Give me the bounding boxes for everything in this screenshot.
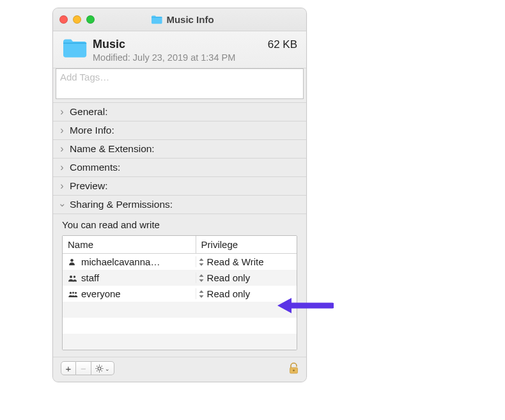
column-header-name[interactable]: Name xyxy=(63,236,196,253)
section-label: Sharing & Permissions: xyxy=(70,199,173,210)
svg-point-9 xyxy=(75,292,77,293)
gear-icon xyxy=(95,364,104,373)
action-menu-button[interactable]: ⌄ xyxy=(91,361,114,375)
permission-privilege[interactable]: Read only xyxy=(207,288,251,299)
sort-icon xyxy=(199,274,204,282)
user-icon xyxy=(68,290,77,298)
section-label: General: xyxy=(70,106,107,118)
table-row[interactable]: staffRead only xyxy=(63,270,297,286)
section-comments[interactable]: Comments: xyxy=(53,158,306,177)
svg-marker-6 xyxy=(199,279,203,282)
sharing-note: You can read and write xyxy=(62,219,297,230)
user-icon xyxy=(68,258,77,266)
chevron-right-icon xyxy=(58,181,66,191)
minimize-button[interactable] xyxy=(73,15,81,24)
svg-point-3 xyxy=(70,276,72,278)
item-name: Music xyxy=(93,38,125,51)
column-header-privilege[interactable]: Privilege xyxy=(196,236,297,253)
section-sharing-permissions[interactable]: Sharing & Permissions: xyxy=(53,195,306,214)
permission-name: staff xyxy=(81,272,99,283)
permission-privilege[interactable]: Read & Write xyxy=(207,256,264,267)
sort-icon xyxy=(199,258,204,266)
close-button[interactable] xyxy=(59,15,68,24)
table-row xyxy=(63,302,297,318)
svg-line-17 xyxy=(97,366,97,366)
remove-button[interactable]: − xyxy=(76,361,91,375)
chevron-down-icon: ⌄ xyxy=(105,366,110,372)
section-label: Preview: xyxy=(70,180,107,192)
item-modified: Modified: July 23, 2019 at 1:34 PM xyxy=(93,52,297,63)
permission-privilege[interactable]: Read only xyxy=(207,272,251,283)
svg-point-22 xyxy=(293,369,295,371)
sharing-body: You can read and write Name Privilege mi… xyxy=(53,214,306,357)
svg-point-0 xyxy=(70,259,74,262)
table-row xyxy=(63,334,297,350)
info-window: Music Info Music 62 KB Modified: July 23… xyxy=(52,8,307,382)
tags-placeholder: Add Tags… xyxy=(60,72,109,82)
chevron-right-icon xyxy=(58,125,66,136)
section-more-info[interactable]: More Info: xyxy=(53,121,306,140)
header: Music 62 KB Modified: July 23, 2019 at 1… xyxy=(53,31,306,68)
svg-point-12 xyxy=(98,367,101,370)
permission-name: michaelcavanna… xyxy=(81,256,160,267)
table-row xyxy=(63,318,297,334)
permissions-table: Name Privilege michaelcavanna…Read & Wri… xyxy=(62,235,297,350)
footer-toolbar: + − ⌄ xyxy=(53,357,306,382)
table-row[interactable]: everyoneRead only xyxy=(63,286,297,302)
chevron-down-icon xyxy=(58,199,66,210)
add-button[interactable]: + xyxy=(61,361,76,375)
svg-line-19 xyxy=(97,370,97,371)
section-label: Comments: xyxy=(70,162,120,173)
permission-name: everyone xyxy=(81,288,121,299)
chevron-right-icon xyxy=(58,107,66,117)
table-row[interactable]: michaelcavanna…Read & Write xyxy=(63,254,297,270)
svg-marker-5 xyxy=(199,274,203,277)
svg-marker-1 xyxy=(199,258,203,261)
svg-point-4 xyxy=(74,276,75,277)
svg-marker-10 xyxy=(199,290,203,293)
section-label: More Info: xyxy=(70,125,114,136)
folder-icon xyxy=(62,38,88,59)
item-size: 62 KB xyxy=(268,38,297,51)
user-icon xyxy=(68,274,77,282)
svg-point-8 xyxy=(72,292,74,293)
window-title: Music Info xyxy=(166,14,214,25)
section-name-extension[interactable]: Name & Extension: xyxy=(53,139,306,159)
titlebar: Music Info xyxy=(53,8,306,31)
section-general[interactable]: General: xyxy=(53,102,306,121)
svg-line-20 xyxy=(102,366,102,366)
svg-marker-2 xyxy=(199,263,203,266)
lock-icon[interactable] xyxy=(289,362,299,374)
section-label: Name & Extension: xyxy=(70,143,155,155)
chevron-right-icon xyxy=(58,144,66,154)
svg-marker-11 xyxy=(199,295,203,298)
tags-field[interactable]: Add Tags… xyxy=(56,68,304,99)
sort-icon xyxy=(199,290,204,298)
folder-icon xyxy=(151,15,162,24)
svg-point-7 xyxy=(70,292,72,293)
svg-line-18 xyxy=(102,370,102,371)
chevron-right-icon xyxy=(58,162,66,173)
section-preview[interactable]: Preview: xyxy=(53,176,306,196)
